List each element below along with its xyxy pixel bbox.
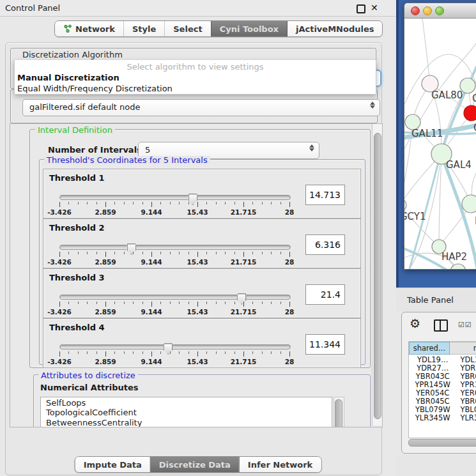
combo-arrows-icon xyxy=(369,102,375,109)
zoom-traffic-light-icon[interactable] xyxy=(435,6,444,15)
float-window-icon[interactable] xyxy=(357,4,365,13)
cyni-toolbox-panel: Discretization Algorithm Select algorith… xyxy=(5,42,382,475)
threshold-1-slider: -3.4262.8599.14415.4321.71528 xyxy=(59,193,289,216)
threshold-coordinates-title: Threshold's Coordinates for 5 Intervals xyxy=(44,156,210,164)
dropdown-option-equal-width[interactable]: Equal Width/Frequency Discretization xyxy=(15,83,376,94)
column-header-shared-name[interactable]: shared… xyxy=(409,342,450,355)
close-icon[interactable]: ✕ xyxy=(371,3,378,13)
node-label-gal80: GAL80 xyxy=(431,89,463,101)
threshold-2-value[interactable]: 6.316 xyxy=(305,234,345,255)
minimize-traffic-light-icon[interactable] xyxy=(423,6,432,15)
numerical-attributes-label: Numerical Attributes xyxy=(40,383,139,392)
tab-impute-data[interactable]: Impute Data xyxy=(75,457,150,472)
table-data-combo[interactable]: galFiltered.sif default node xyxy=(22,99,380,116)
table-row[interactable]: YBL079WYBL0 xyxy=(409,405,476,413)
table-row[interactable]: YBR043CYBR0 xyxy=(409,372,476,380)
attributes-list-scrollbar[interactable] xyxy=(334,397,344,427)
table-row[interactable]: YPR145WYPR1 xyxy=(409,380,476,388)
threshold-coordinates-group: Threshold's Coordinates for 5 Intervals … xyxy=(39,159,365,365)
tab-jactivemnodules[interactable]: jActiveMNodules xyxy=(287,21,383,36)
node-partial-right[interactable] xyxy=(462,195,476,213)
table-panel-title: Table Panel xyxy=(407,295,454,305)
attribute-list-item[interactable]: BetweennessCentrality xyxy=(41,417,332,427)
below-table-panel xyxy=(396,455,476,476)
settings-scrollbar[interactable] xyxy=(372,124,382,426)
threshold-4-value[interactable]: 11.344 xyxy=(305,334,345,355)
tab-jactivemnodules-label: jActiveMNodules xyxy=(296,24,374,34)
scrollbar-thumb[interactable] xyxy=(335,399,342,427)
table-row[interactable]: YLR345WYLR3 xyxy=(409,413,476,422)
column-header-name[interactable]: na xyxy=(450,342,476,355)
tab-network[interactable]: Network xyxy=(55,21,123,36)
control-panel: Control Panel ✕ Network Style Select Cyn… xyxy=(0,0,396,476)
node-label-gcy1: GCY1 xyxy=(404,211,426,222)
network-graph: GAL80 G C GAL11 GAL4 GCY1 H HAP2 xyxy=(404,19,476,269)
close-traffic-light-icon[interactable] xyxy=(411,6,420,15)
table-row[interactable]: YER054CYER0 xyxy=(409,388,476,397)
combo-arrows-icon xyxy=(309,144,314,151)
settings-scroll-pane: Interval Definition Number of Intervals … xyxy=(10,123,383,427)
threshold-3-label: Threshold 3 xyxy=(49,273,105,282)
slider-tick-labels: -3.4262.8599.14415.4321.71528 xyxy=(59,308,289,316)
interval-definition-title: Interval Definition xyxy=(35,126,115,134)
threshold-3-slider: -3.4262.8599.14415.4321.71528 xyxy=(59,293,289,316)
node-label-gal11: GAL11 xyxy=(411,128,443,139)
tab-impute-data-label: Impute Data xyxy=(84,460,142,470)
threshold-4-slider: -3.4262.8599.14415.4321.71528 xyxy=(59,342,289,365)
slider-ticks xyxy=(59,252,289,257)
attribute-list-item[interactable]: SelfLoops xyxy=(41,397,332,407)
threshold-2-slider: -3.4262.8599.14415.4321.71528 xyxy=(59,243,289,266)
attribute-list-item[interactable]: TopologicalCoefficient xyxy=(41,407,332,417)
slider-track[interactable] xyxy=(59,245,291,250)
slider-tick-labels: -3.4262.8599.14415.4321.71528 xyxy=(59,358,289,365)
algorithm-dropdown-popup: Select algorithm to view settings Manual… xyxy=(14,60,376,95)
table-horizontal-scrollbar[interactable] xyxy=(408,439,476,447)
table-data-combo-value: galFiltered.sif default node xyxy=(29,102,141,112)
tab-select[interactable]: Select xyxy=(164,21,210,36)
table-header-row: shared… na xyxy=(409,342,476,355)
dropdown-hint: Select algorithm to view settings xyxy=(15,60,376,72)
panel-title: Control Panel xyxy=(5,3,60,13)
network-canvas[interactable]: GAL80 G C GAL11 GAL4 GCY1 H HAP2 xyxy=(404,19,476,269)
table-row[interactable]: YDR27…YDR2 xyxy=(409,364,476,372)
slider-track[interactable] xyxy=(59,195,291,200)
node-label-partial-top: G xyxy=(472,93,476,104)
node-gcy1[interactable] xyxy=(404,199,406,211)
dropdown-option-manual[interactable]: Manual Discretization xyxy=(15,72,376,83)
node-selected-red[interactable] xyxy=(464,105,476,121)
tab-cyni-toolbox-label: Cyni Toolbox xyxy=(220,24,279,34)
slider-track[interactable] xyxy=(59,295,291,300)
threshold-1-panel: Threshold 1 -3.4262.8599.14415.4321.7152… xyxy=(43,169,361,219)
tab-discretize-data-label: Discretize Data xyxy=(159,460,231,470)
threshold-3-value[interactable]: 21.4 xyxy=(305,284,345,305)
control-panel-titlebar: Control Panel ✕ xyxy=(0,0,396,17)
algorithm-group-title: Discretization Algorithm xyxy=(20,50,125,59)
network-window[interactable]: GAL80 G C GAL11 GAL4 GCY1 H HAP2 xyxy=(404,3,476,270)
threshold-1-value[interactable]: 14.713 xyxy=(305,185,345,205)
node-table: shared… na YDL19…YDL1YDR27…YDR2YBR043CYB… xyxy=(408,341,476,438)
tab-network-label: Network xyxy=(75,24,115,34)
tab-infer-network[interactable]: Infer Network xyxy=(239,457,321,472)
app-root: Control Panel ✕ Network Style Select Cyn… xyxy=(0,0,476,476)
tab-cyni-toolbox[interactable]: Cyni Toolbox xyxy=(211,21,287,36)
right-pane: GAL80 G C GAL11 GAL4 GCY1 H HAP2 Table P… xyxy=(396,0,476,476)
tab-select-label: Select xyxy=(173,24,202,34)
table-row[interactable]: YBR045CYBR0 xyxy=(409,397,476,405)
scrollbar-thumb[interactable] xyxy=(374,133,381,419)
attributes-to-discretize-group: Attributes to discretize Numerical Attri… xyxy=(33,374,371,427)
tab-discretize-data[interactable]: Discretize Data xyxy=(150,457,239,472)
tab-style[interactable]: Style xyxy=(123,21,164,36)
select-columns-icon[interactable]: ☑☑ xyxy=(458,321,472,329)
gear-icon[interactable]: ⚙ xyxy=(410,318,420,330)
attributes-group-title: Attributes to discretize xyxy=(38,371,138,380)
interval-definition-group: Interval Definition Number of Intervals … xyxy=(29,129,371,368)
bottom-tab-bar: Impute Data Discretize Data Infer Networ… xyxy=(75,456,322,473)
slider-track[interactable] xyxy=(59,344,291,349)
slider-ticks xyxy=(59,302,289,307)
table-panel: ⚙ ☑☑ shared… na YDL19…YDL1YDR27…YDR2YBR0… xyxy=(401,312,476,454)
network-window-titlebar[interactable] xyxy=(404,3,476,19)
columns-icon[interactable] xyxy=(434,319,448,332)
number-of-intervals-label: Number of Intervals xyxy=(48,145,142,155)
table-row[interactable]: YDL19…YDL1 xyxy=(409,355,476,364)
numerical-attributes-list[interactable]: SelfLoopsTopologicalCoefficientBetweenne… xyxy=(40,397,332,427)
